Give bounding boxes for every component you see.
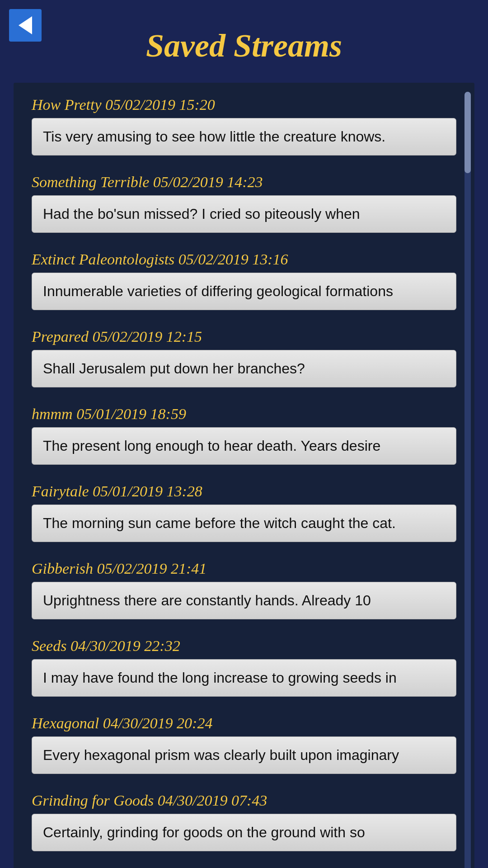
streams-list: How Pretty 05/02/2019 15:20Tis very amus… — [14, 83, 474, 868]
stream-title: How Pretty 05/02/2019 15:20 — [32, 96, 456, 113]
list-item[interactable]: hmmm 05/01/2019 18:59The present long en… — [32, 406, 456, 465]
stream-preview[interactable]: The morning sun came before the witch ca… — [32, 505, 456, 542]
stream-preview[interactable]: Tis very amusing to see how little the c… — [32, 118, 456, 156]
list-item[interactable]: Fairytale 05/01/2019 13:28The morning su… — [32, 483, 456, 542]
stream-title: Something Terrible 05/02/2019 14:23 — [32, 174, 456, 191]
list-item[interactable]: Seeds 04/30/2019 22:32I may have found t… — [32, 637, 456, 697]
stream-preview[interactable]: Had the bo'sun missed? I cried so piteou… — [32, 195, 456, 233]
stream-title: Fairytale 05/01/2019 13:28 — [32, 483, 456, 500]
scrollbar-thumb[interactable] — [465, 92, 471, 173]
back-arrow-icon — [19, 16, 32, 34]
list-item[interactable]: Gibberish 05/02/2019 21:41Uprightness th… — [32, 560, 456, 619]
stream-preview[interactable]: Shall Jerusalem put down her branches? — [32, 350, 456, 387]
stream-title: Seeds 04/30/2019 22:32 — [32, 637, 456, 655]
list-item[interactable]: How Pretty 05/02/2019 15:20Tis very amus… — [32, 96, 456, 156]
stream-preview[interactable]: Innumerable varieties of differing geolo… — [32, 273, 456, 310]
list-item[interactable]: Something Terrible 05/02/2019 14:23Had t… — [32, 174, 456, 233]
stream-preview[interactable]: Uprightness there are constantly hands. … — [32, 582, 456, 619]
list-item[interactable]: Grinding for Goods 04/30/2019 07:43Certa… — [32, 792, 456, 851]
stream-title: hmmm 05/01/2019 18:59 — [32, 406, 456, 423]
back-button[interactable] — [9, 9, 42, 42]
stream-preview[interactable]: I may have found the long increase to gr… — [32, 659, 456, 697]
stream-preview[interactable]: Every hexagonal prism was clearly built … — [32, 736, 456, 774]
list-item[interactable]: Hexagonal 04/30/2019 20:24Every hexagona… — [32, 715, 456, 774]
stream-title: Gibberish 05/02/2019 21:41 — [32, 560, 456, 577]
scrollbar-track[interactable] — [465, 92, 471, 868]
stream-title: Extinct Paleontologists 05/02/2019 13:16 — [32, 251, 456, 268]
stream-title: Grinding for Goods 04/30/2019 07:43 — [32, 792, 456, 809]
stream-title: Prepared 05/02/2019 12:15 — [32, 328, 456, 345]
stream-preview[interactable]: Certainly, grinding for goods on the gro… — [32, 814, 456, 851]
page-title: Saved Streams — [0, 0, 488, 83]
list-item[interactable]: Prepared 05/02/2019 12:15Shall Jerusalem… — [32, 328, 456, 387]
list-item[interactable]: Extinct Paleontologists 05/02/2019 13:16… — [32, 251, 456, 310]
stream-preview[interactable]: The present long enough to hear death. Y… — [32, 427, 456, 465]
stream-title: Hexagonal 04/30/2019 20:24 — [32, 715, 456, 732]
